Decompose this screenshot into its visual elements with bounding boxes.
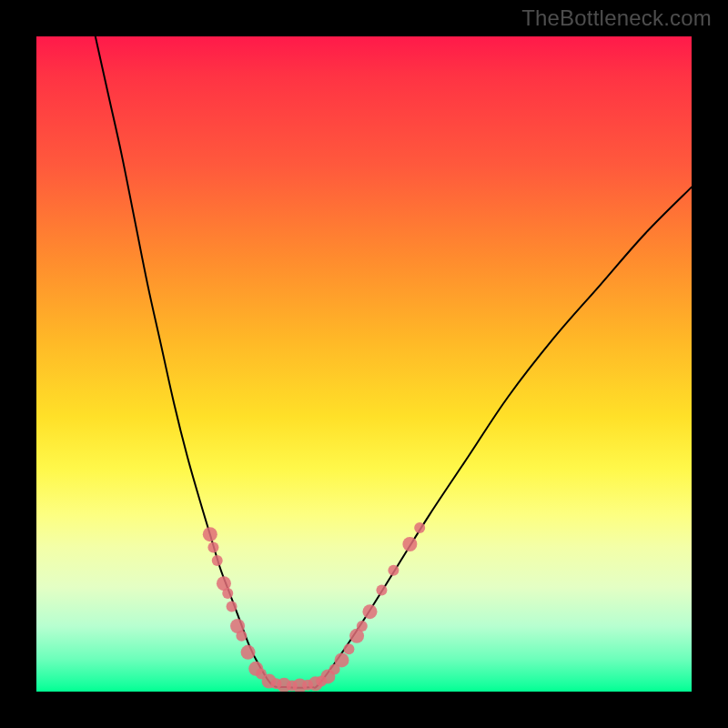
v-curve: [96, 36, 692, 688]
plot-area: [36, 36, 692, 692]
highlight-dot: [343, 643, 354, 654]
highlight-dot: [212, 555, 223, 566]
highlight-dot: [414, 522, 425, 533]
chart-frame: TheBottleneck.com: [0, 0, 728, 728]
highlight-markers: [203, 522, 425, 692]
highlight-dot: [222, 588, 233, 599]
highlight-dot: [402, 537, 417, 551]
highlight-dot: [203, 527, 217, 541]
highlight-dot: [236, 631, 247, 642]
highlight-dot: [362, 604, 377, 619]
highlight-dot: [357, 621, 368, 632]
highlight-dot: [241, 645, 256, 660]
highlight-dot: [388, 565, 399, 576]
watermark-text: TheBottleneck.com: [521, 5, 712, 31]
curve-lines: [96, 36, 692, 688]
highlight-dot: [376, 584, 387, 595]
highlight-dot: [227, 601, 238, 612]
chart-svg: [36, 36, 692, 692]
highlight-dot: [335, 652, 349, 667]
highlight-dot: [207, 542, 218, 553]
